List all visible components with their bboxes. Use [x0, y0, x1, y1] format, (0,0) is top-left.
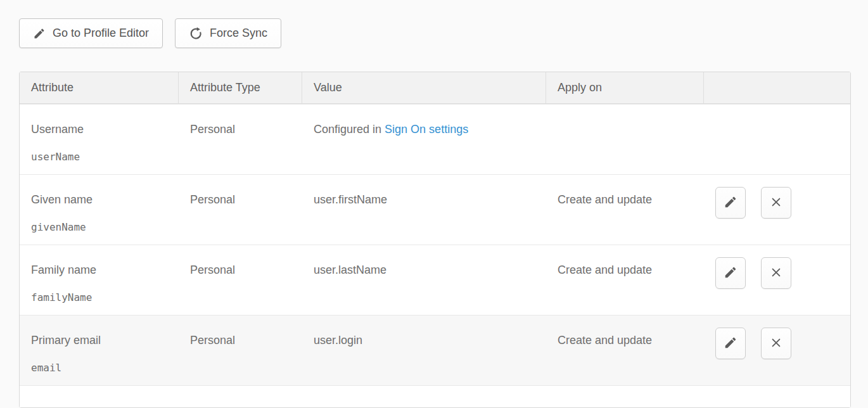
attribute-cell: Family name familyName: [20, 245, 179, 315]
delete-icon: [770, 196, 782, 210]
table-row-given-name: Given name givenName Personal user.first…: [20, 174, 850, 245]
attribute-variable-name: userName: [31, 151, 171, 163]
value-cell: user.lastName: [302, 245, 546, 315]
edit-icon: [724, 195, 737, 211]
header-apply-on: Apply on: [546, 72, 704, 103]
edit-attribute-button[interactable]: [715, 187, 746, 219]
attribute-display-name: Username: [31, 123, 84, 136]
force-sync-button[interactable]: Force Sync: [175, 18, 281, 48]
edit-icon: [724, 265, 737, 281]
actions-cell: [704, 175, 850, 245]
sync-icon: [189, 27, 203, 41]
delete-icon: [770, 266, 782, 281]
attribute-variable-name: familyName: [31, 291, 171, 303]
value-cell: Configured in Sign On settings: [302, 105, 546, 174]
delete-attribute-button[interactable]: [761, 257, 791, 289]
actions-cell: [704, 316, 850, 385]
apply-on-cell: Create and update: [546, 175, 704, 245]
header-attribute-type: Attribute Type: [179, 72, 302, 103]
attribute-display-name: Primary email: [31, 334, 101, 347]
delete-attribute-button[interactable]: [761, 187, 791, 219]
value-cell: user.firstName: [302, 175, 546, 245]
attribute-type-cell: Personal: [179, 316, 302, 385]
go-to-profile-editor-label: Go to Profile Editor: [53, 27, 149, 40]
delete-icon: [770, 336, 782, 351]
attribute-cell: Primary email email: [20, 316, 179, 385]
value-prefix-text: Configured in: [314, 123, 385, 136]
attribute-mapping-table: Attribute Attribute Type Value Apply on …: [19, 72, 851, 408]
value-cell: user.login: [302, 316, 546, 385]
pencil-icon: [33, 27, 46, 40]
table-row-partial: [20, 385, 850, 407]
table-row-primary-email: Primary email email Personal user.login …: [20, 315, 850, 385]
sign-on-settings-link[interactable]: Sign On settings: [385, 123, 468, 136]
attribute-variable-name: email: [31, 362, 171, 374]
header-actions: [704, 72, 850, 103]
edit-attribute-button[interactable]: [715, 328, 746, 359]
table-row-username: Username userName Personal Configured in…: [20, 104, 850, 174]
attribute-type-cell: Personal: [179, 105, 302, 174]
toolbar: Go to Profile Editor Force Sync: [19, 18, 868, 48]
edit-attribute-button[interactable]: [715, 257, 746, 289]
apply-on-cell: Create and update: [546, 245, 704, 315]
attribute-variable-name: givenName: [31, 221, 171, 233]
attribute-display-name: Family name: [31, 264, 96, 276]
table-header-row: Attribute Attribute Type Value Apply on: [20, 72, 850, 104]
edit-icon: [724, 336, 737, 352]
attribute-type-cell: Personal: [179, 175, 302, 245]
actions-cell-empty: [704, 105, 850, 174]
attribute-type-cell: Personal: [179, 245, 302, 315]
attribute-display-name: Given name: [31, 193, 93, 206]
header-value: Value: [302, 72, 546, 103]
header-attribute: Attribute: [20, 72, 179, 103]
actions-cell: [704, 245, 850, 315]
delete-attribute-button[interactable]: [761, 328, 791, 359]
table-row-family-name: Family name familyName Personal user.las…: [20, 245, 850, 315]
attribute-cell: Given name givenName: [20, 175, 179, 245]
force-sync-label: Force Sync: [210, 27, 267, 40]
apply-on-cell: [546, 105, 704, 174]
go-to-profile-editor-button[interactable]: Go to Profile Editor: [19, 18, 163, 48]
attribute-cell: Username userName: [20, 105, 179, 174]
apply-on-cell: Create and update: [546, 316, 704, 385]
